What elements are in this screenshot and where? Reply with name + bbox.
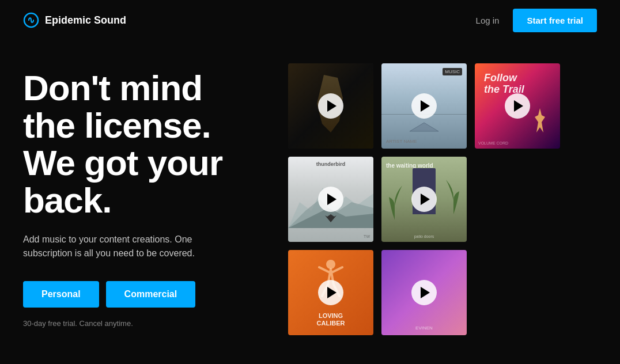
play-button-5[interactable] bbox=[411, 187, 437, 212]
album-card-5[interactable]: the waiting world patio doors bbox=[381, 157, 467, 242]
login-button[interactable]: Log in bbox=[476, 16, 500, 25]
album-boat-icon bbox=[407, 120, 441, 134]
album-card-6[interactable]: LOVINGCALIBER bbox=[288, 250, 373, 335]
album-grid-panel: MUSIC ARTIST NAME Followthe Trail VOLUME… bbox=[277, 52, 597, 364]
album-sublabel-3: VOLUME CORD bbox=[478, 141, 508, 145]
album-card-2[interactable]: MUSIC ARTIST NAME bbox=[381, 63, 467, 149]
play-icon-6 bbox=[327, 287, 337, 298]
logo-text: Epidemic Sound bbox=[45, 14, 126, 26]
album-card-3[interactable]: Followthe Trail VOLUME CORD bbox=[475, 63, 560, 149]
play-button-6[interactable] bbox=[318, 280, 343, 305]
start-trial-button[interactable]: Start free trial bbox=[513, 9, 597, 32]
album-grid: MUSIC ARTIST NAME Followthe Trail VOLUME… bbox=[288, 52, 597, 364]
svg-point-1 bbox=[326, 260, 335, 269]
album-label-2: ARTIST NAME bbox=[386, 139, 417, 144]
play-button-4[interactable] bbox=[318, 187, 343, 212]
album-title-6: LOVINGCALIBER bbox=[317, 312, 345, 327]
cta-buttons: Personal Commercial bbox=[23, 281, 277, 308]
album-title-3: Followthe Trail bbox=[484, 73, 524, 96]
album-plants-right-5 bbox=[445, 168, 462, 214]
album-plants-5 bbox=[386, 174, 403, 220]
album-card-7[interactable]: EVINEN bbox=[381, 250, 467, 335]
left-panel: Don't mind the license. We got your back… bbox=[23, 52, 277, 328]
album-badge-2: MUSIC bbox=[443, 68, 462, 75]
play-icon-3 bbox=[514, 100, 523, 112]
album-sublabel-7: EVINEN bbox=[415, 325, 433, 331]
hero-subtext: Add music to your content creations. One… bbox=[23, 233, 230, 260]
album-sublabel-5: patio doors bbox=[414, 234, 434, 238]
epidemic-sound-logo-icon bbox=[23, 12, 39, 28]
play-icon-4 bbox=[327, 194, 337, 205]
fine-print-text: 30-day free trial. Cancel anytime. bbox=[23, 319, 277, 328]
play-icon-1 bbox=[327, 100, 337, 112]
personal-button[interactable]: Personal bbox=[23, 281, 99, 308]
play-button-7[interactable] bbox=[411, 280, 437, 305]
main-content: Don't mind the license. We got your back… bbox=[0, 40, 620, 364]
album-sublabel-4: TW bbox=[364, 234, 370, 238]
nav-right: Log in Start free trial bbox=[476, 9, 597, 32]
play-button-3[interactable] bbox=[505, 93, 530, 119]
play-button-1[interactable] bbox=[318, 93, 343, 119]
play-button-2[interactable] bbox=[411, 93, 437, 119]
play-icon-2 bbox=[421, 100, 430, 112]
album-card-4[interactable]: thunderbird TW bbox=[288, 157, 373, 242]
play-icon-5 bbox=[421, 194, 430, 205]
hero-headline: Don't mind the license. We got your back… bbox=[23, 69, 277, 219]
header: Epidemic Sound Log in Start free trial bbox=[0, 0, 620, 40]
play-icon-7 bbox=[421, 287, 430, 298]
commercial-button[interactable]: Commercial bbox=[106, 281, 196, 308]
album-card-1[interactable] bbox=[288, 63, 373, 149]
logo: Epidemic Sound bbox=[23, 12, 126, 28]
